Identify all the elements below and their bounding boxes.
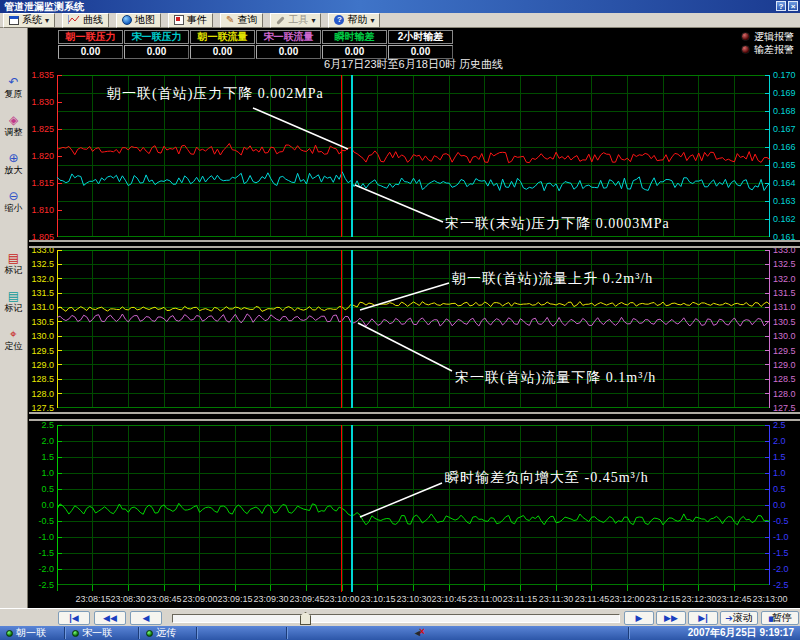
left-axis-tick-label: 128.5 <box>27 375 54 384</box>
annotation-text: 宋一联(末站)压力下降 0.0003MPa <box>445 215 670 233</box>
help-window-button[interactable]: ? <box>776 1 786 11</box>
sidebar-tool-调整[interactable]: ◈调整 <box>0 114 27 137</box>
right-axis-tick-label: 2.5 <box>773 421 800 430</box>
right-axis-tick-label: 132.5 <box>773 260 800 269</box>
locate-icon: ⌖ <box>0 328 27 341</box>
pipeline-leak-monitor-window: 管道泄漏监测系统 ? × 系统▾曲线地图事件✎查询工具▾?帮助▾ 朝一联压力0.… <box>0 0 800 640</box>
chart-plot-2[interactable] <box>57 250 770 408</box>
toolbar-button-帮助[interactable]: ?帮助▾ <box>328 13 380 28</box>
sidebar-tool-标记[interactable]: ▤标记 <box>0 252 27 275</box>
annotation-leader-line <box>360 283 449 310</box>
toolbar-button-地图[interactable]: 地图 <box>116 13 161 28</box>
left-axis-tick-label: 129.5 <box>27 347 54 356</box>
left-axis-tick-label: 2.0 <box>27 437 54 446</box>
sidebar-tool-复原[interactable]: ↶复原 <box>0 76 27 99</box>
station-status-远传[interactable]: 远传 <box>146 626 176 640</box>
scroll-button[interactable]: ➔滚动 <box>720 611 758 625</box>
window-title: 管道泄漏监测系统 <box>4 1 84 12</box>
pane-splitter[interactable] <box>29 246 800 248</box>
scroll-arrow-icon: ➔ <box>725 613 733 623</box>
step-back-button[interactable]: ◀ <box>130 611 162 625</box>
left-axis-tick-label: 130.5 <box>27 318 54 327</box>
station-label: 宋一联 <box>82 626 112 640</box>
scroll-label: 滚动 <box>733 612 753 623</box>
right-axis-tick-label: 0.163 <box>773 197 800 206</box>
grid-lines <box>57 250 770 408</box>
readout-header: 朝一联流量 <box>190 30 255 44</box>
alarm-led-icon <box>741 45 750 54</box>
alarm-led-icon <box>741 32 750 41</box>
toolbar-button-工具[interactable]: 工具▾ <box>270 13 321 28</box>
time-navigation-bar: |◀◀◀◀▶▶▶▶|➔滚动▮▮暂停 <box>0 608 800 626</box>
statusbar-separator <box>286 627 287 639</box>
toolbar-button-label: 曲线 <box>83 13 103 27</box>
toolbar-button-label: 查询 <box>237 13 257 27</box>
toolbar-button-系统[interactable]: 系统▾ <box>3 13 55 28</box>
sidebar-tool-label: 定位 <box>0 341 27 351</box>
readout-column: 宋一联压力0.00 <box>124 30 189 59</box>
alarm-label: 输差报警 <box>754 43 794 57</box>
close-window-button[interactable]: × <box>788 1 798 11</box>
sidebar-tool-label: 放大 <box>0 165 27 175</box>
mute-cross-glyph: × <box>419 626 425 637</box>
station-label: 远传 <box>156 626 176 640</box>
toolbar-button-查询[interactable]: ✎查询 <box>220 13 263 28</box>
right-axis-tick-label: 128.0 <box>773 390 800 399</box>
status-datetime: 2007年6月25日 9:19:17 <box>688 626 794 640</box>
step-forward-button[interactable]: ▶ <box>624 611 654 625</box>
chart-title: 6月17日23时至6月18日0时 历史曲线 <box>57 57 770 72</box>
undo-icon: ↶ <box>0 76 27 89</box>
left-axis-tick-label: -1.5 <box>27 549 54 558</box>
pane-splitter[interactable] <box>29 419 800 421</box>
left-axis-tick-label: 132.0 <box>27 275 54 284</box>
left-axis-tick-label: 1.0 <box>27 469 54 478</box>
right-axis-tick-label: 0.167 <box>773 125 800 134</box>
go-first-button[interactable]: |◀ <box>58 611 90 625</box>
tool-sidebar: ↶复原◈调整⊕放大⊖缩小▤标记▤标记⌖定位 <box>0 28 28 608</box>
mute-icon[interactable]: ◄ × <box>413 627 426 639</box>
fast-forward-button[interactable]: ▶▶ <box>656 611 686 625</box>
sidebar-tool-放大[interactable]: ⊕放大 <box>0 152 27 175</box>
left-axis-tick-label: 132.5 <box>27 260 54 269</box>
alarm-label: 逻辑报警 <box>754 30 794 44</box>
time-scrollbar-track[interactable] <box>172 614 620 623</box>
sidebar-tool-标记[interactable]: ▤标记 <box>0 290 27 313</box>
annotation-text: 瞬时输差负向增大至 -0.45m³/h <box>445 469 649 487</box>
right-axis-tick-label: 0.164 <box>773 179 800 188</box>
left-axis-tick-label: 130.0 <box>27 332 54 341</box>
fast-back-button[interactable]: ◀◀ <box>94 611 126 625</box>
left-axis-tick-label: -1.0 <box>27 533 54 542</box>
right-axis-tick-label: 131.0 <box>773 303 800 312</box>
help-icon: ? <box>334 15 344 25</box>
annotation-leader-line <box>360 483 442 517</box>
sidebar-tool-定位[interactable]: ⌖定位 <box>0 328 27 351</box>
left-axis-tick-label: 1.815 <box>27 179 54 188</box>
tools-icon <box>277 16 285 24</box>
pane-splitter[interactable] <box>29 412 800 414</box>
left-axis-tick-label: 1.810 <box>27 206 54 215</box>
station-status-朝一联[interactable]: 朝一联 <box>6 626 46 640</box>
toolbar: 系统▾曲线地图事件✎查询工具▾?帮助▾ <box>0 13 800 28</box>
sidebar-tool-label: 调整 <box>0 127 27 137</box>
chevron-down-icon: ▾ <box>45 16 49 25</box>
go-last-button[interactable]: ▶| <box>688 611 718 625</box>
pane-splitter[interactable] <box>29 240 800 242</box>
station-label: 朝一联 <box>16 626 46 640</box>
sidebar-tool-缩小[interactable]: ⊖缩小 <box>0 190 27 213</box>
toolbar-button-label: 帮助 <box>347 13 367 27</box>
titlebar: 管道泄漏监测系统 ? × <box>0 0 800 13</box>
readout-table: 朝一联压力0.00宋一联压力0.00朝一联流量0.00宋一联流量0.00瞬时输差… <box>58 30 454 59</box>
station-status-宋一联[interactable]: 宋一联 <box>72 626 112 640</box>
pause-button[interactable]: ▮▮暂停 <box>761 611 799 625</box>
toolbar-button-事件[interactable]: 事件 <box>168 13 213 28</box>
right-axis-tick-label: 0.168 <box>773 107 800 116</box>
right-axis-tick-label: 131.5 <box>773 289 800 298</box>
chart-plot-3[interactable] <box>57 425 770 585</box>
right-axis-tick-label: 132.0 <box>773 275 800 284</box>
right-axis-tick-label: -1.0 <box>773 533 800 542</box>
sidebar-tool-label: 标记 <box>0 265 27 275</box>
readout-column: 朝一联流量0.00 <box>190 30 255 59</box>
pause-label: 暂停 <box>772 612 792 623</box>
toolbar-button-曲线[interactable]: 曲线 <box>62 13 109 28</box>
readout-header: 宋一联压力 <box>124 30 189 44</box>
